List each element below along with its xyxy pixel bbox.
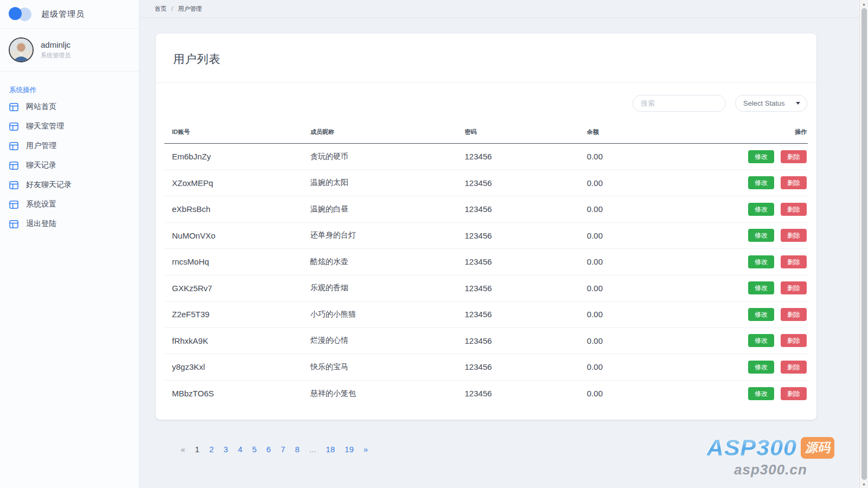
sidebar-item-friend-chat-log[interactable]: 好友聊天记录 [0,175,139,195]
edit-button[interactable]: 修改 [748,203,774,216]
pagination: «12345678...1819» [181,445,816,454]
window-layout-icon [9,123,18,131]
pagination-page[interactable]: 5 [252,445,257,454]
sidebar-item-label: 退出登陆 [26,219,56,229]
delete-button[interactable]: 删除 [781,203,807,216]
column-header-actions: 操作 [692,123,808,144]
cell-actions: 修改删除 [692,222,808,249]
cell-id: GXKz5Rv7 [164,275,306,301]
page-title: 用户列表 [173,52,799,67]
delete-button[interactable]: 删除 [781,334,807,347]
cell-nickname: 乐观的香烟 [306,275,461,301]
sidebar-item-home[interactable]: 网站首页 [0,97,139,117]
table-row: rncsMoHq 酷炫的水壶 123456 0.00 修改删除 [164,249,808,275]
sidebar: 超级管理员 adminljc 系统管理员 系统操作 网站首页 [0,0,139,488]
delete-button[interactable]: 删除 [781,255,807,268]
watermark: ASP300 源码 asp300.cn [707,434,834,478]
table-row: Z2eF5T39 小巧的小熊猫 123456 0.00 修改删除 [164,301,808,328]
window-layout-icon [9,201,18,209]
breadcrumb-separator: / [171,5,173,12]
edit-button[interactable]: 修改 [748,176,774,189]
brand-title: 超级管理员 [41,9,85,20]
scrollbar-up-arrow-icon[interactable]: ▲ [860,0,868,8]
sidebar-item-chat-log[interactable]: 聊天记录 [0,156,139,175]
edit-button[interactable]: 修改 [748,255,774,268]
toolbar: Select Status [164,95,808,123]
table-body: Em6bJnZy 贪玩的硬币 123456 0.00 修改删除 XZoxMEPq… [164,144,808,407]
pagination-page[interactable]: 19 [344,445,354,454]
window-layout-icon [9,220,18,228]
pagination-page[interactable]: 18 [326,445,335,454]
edit-button[interactable]: 修改 [748,308,774,321]
cell-balance: 0.00 [583,170,692,196]
cell-actions: 修改删除 [692,275,808,301]
delete-button[interactable]: 删除 [781,229,807,242]
pagination-page[interactable]: 4 [238,445,242,454]
cell-password: 123456 [461,354,583,381]
cell-nickname: 贪玩的硬币 [306,144,461,170]
scrollbar-thumb[interactable] [861,8,867,480]
sidebar-item-system-settings[interactable]: 系统设置 [0,195,139,214]
pagination-prev[interactable]: « [181,445,185,454]
search-input[interactable] [633,95,726,112]
cell-id: rncsMoHq [164,249,306,275]
cell-password: 123456 [461,275,583,301]
edit-button[interactable]: 修改 [748,334,774,347]
delete-button[interactable]: 删除 [781,176,807,189]
cell-id: fRhxkA9K [164,328,306,354]
edit-button[interactable]: 修改 [748,361,774,374]
delete-button[interactable]: 删除 [781,361,807,374]
sidebar-section-label: 系统操作 [0,86,139,95]
delete-button[interactable]: 删除 [781,387,807,400]
pagination-page[interactable]: 8 [295,445,299,454]
cell-password: 123456 [461,196,583,223]
breadcrumb-home-link[interactable]: 首页 [155,5,167,13]
cell-balance: 0.00 [583,222,692,249]
column-header-id: ID账号 [164,123,306,144]
column-header-balance: 余额 [583,123,692,144]
cell-nickname: 酷炫的水壶 [306,249,461,275]
edit-button[interactable]: 修改 [748,229,774,242]
table-row: y8gz3Kxl 快乐的宝马 123456 0.00 修改删除 [164,354,808,381]
user-table: ID账号成员昵称密码余额操作 Em6bJnZy 贪玩的硬币 123456 0.0… [164,123,808,407]
sidebar-item-chatroom-manage[interactable]: 聊天室管理 [0,117,139,136]
sidebar-item-label: 聊天记录 [26,160,56,170]
cell-actions: 修改删除 [692,328,808,354]
status-select[interactable]: Select Status [735,95,807,112]
delete-button[interactable]: 删除 [781,308,807,321]
sidebar-item-user-manage[interactable]: 用户管理 [0,136,139,156]
scrollbar-down-arrow-icon[interactable]: ▼ [860,480,868,488]
cell-password: 123456 [461,328,583,354]
pagination-page[interactable]: 6 [266,445,271,454]
sidebar-item-label: 聊天室管理 [26,121,64,131]
caret-down-icon [796,102,800,105]
profile: adminljc 系统管理员 [0,29,139,72]
brand: 超级管理员 [0,0,139,29]
delete-button[interactable]: 删除 [781,281,807,294]
pagination-page[interactable]: 3 [224,445,228,454]
pagination-page[interactable]: 2 [209,445,214,454]
cell-balance: 0.00 [583,354,692,381]
edit-button[interactable]: 修改 [748,150,774,163]
sidebar-item-logout[interactable]: 退出登陆 [0,214,139,234]
sidebar-toggle-logo[interactable] [9,7,33,21]
cell-id: NuMOnVXo [164,222,306,249]
status-select-value: Select Status [743,99,785,107]
pagination-page[interactable]: 7 [280,445,285,454]
cell-nickname: 快乐的宝马 [306,354,461,381]
edit-button[interactable]: 修改 [748,281,774,294]
cell-nickname: 温婉的白昼 [306,196,461,223]
cell-balance: 0.00 [583,301,692,328]
scrollbar: ▲ ▼ [859,0,868,488]
pagination-page-current[interactable]: 1 [195,445,199,454]
column-header-nickname: 成员昵称 [306,123,461,144]
cell-password: 123456 [461,301,583,328]
window-layout-icon [9,181,18,189]
sidebar-item-label: 系统设置 [26,200,56,209]
breadcrumb: 首页 / 用户管理 [139,0,868,18]
pagination-next[interactable]: » [363,445,368,454]
cell-nickname: 小巧的小熊猫 [306,301,461,328]
edit-button[interactable]: 修改 [748,387,774,400]
delete-button[interactable]: 删除 [781,150,807,163]
cell-actions: 修改删除 [692,170,808,196]
